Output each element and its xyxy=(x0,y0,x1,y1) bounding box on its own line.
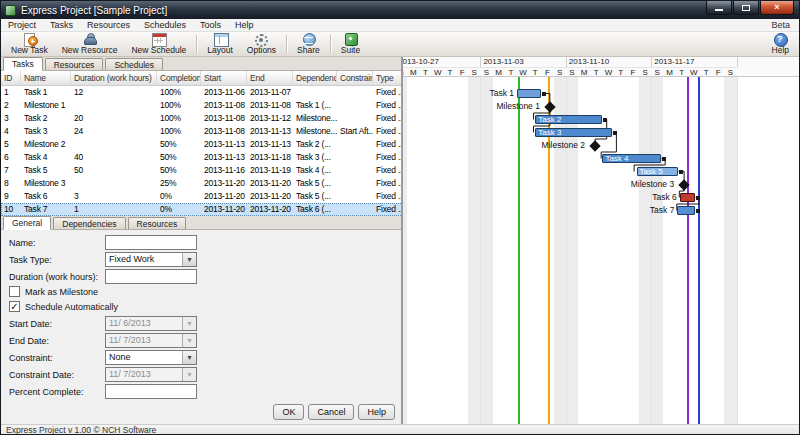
toolbar-new-schedule-button[interactable]: New Schedule xyxy=(124,33,193,55)
detail-tab-dependencies[interactable]: Dependencies xyxy=(53,217,125,229)
menu-tools[interactable]: Tools xyxy=(193,19,228,31)
constraint-date-field[interactable]: 11/ 7/2013 xyxy=(105,367,197,382)
detail-tab-general[interactable]: General xyxy=(3,216,51,230)
week-gridline xyxy=(737,77,738,424)
gantt-bar-task-6[interactable] xyxy=(680,193,695,202)
table-row[interactable]: 10Task 710%2013-11-202013-11-20Task 6 (.… xyxy=(1,203,403,216)
table-cell: 3 xyxy=(71,190,157,203)
table-row[interactable]: 4Task 324100%2013-11-082013-11-13Milesto… xyxy=(1,125,403,138)
table-row[interactable]: 6Task 44050%2013-11-132013-11-18Task 3 (… xyxy=(1,151,403,164)
menu-project[interactable]: Project xyxy=(1,19,43,31)
toolbar-options-button[interactable]: Options xyxy=(240,33,283,55)
table-cell: 50% xyxy=(157,151,201,164)
task-table: 1Task 112100%2013-11-062013-11-07Fixed .… xyxy=(1,86,403,216)
gantt-bar-task-1[interactable] xyxy=(517,89,541,98)
maximize-button[interactable] xyxy=(733,1,759,15)
table-cell: 2013-11-20 xyxy=(201,177,247,190)
table-cell: Fixed ... xyxy=(373,177,403,190)
view-tabs: TasksResourcesSchedules xyxy=(1,57,403,71)
column-header-constraint[interactable]: Constraint xyxy=(337,71,373,85)
table-cell: 20 xyxy=(71,112,157,125)
close-button[interactable] xyxy=(760,1,794,15)
gantt-day-letter: S xyxy=(480,67,492,77)
ok-button[interactable]: OK xyxy=(273,404,304,420)
menu-resources[interactable]: Resources xyxy=(80,19,137,31)
table-row[interactable]: 2Milestone 1100%2013-11-082013-11-08Task… xyxy=(1,99,403,112)
help-button[interactable]: Help xyxy=(358,404,395,420)
column-header-duration-work-hours[interactable]: Duration (work hours) xyxy=(71,71,157,85)
table-cell xyxy=(337,190,373,203)
bar-end-handle[interactable] xyxy=(679,170,683,174)
bar-end-handle[interactable] xyxy=(662,157,666,161)
gantt-week-label: 2013-11-03 xyxy=(480,57,565,67)
gantt-bar-task-3[interactable]: Task 3 xyxy=(535,128,612,137)
toolbar-new-resource-button[interactable]: New Resource xyxy=(55,33,125,55)
task-type-select[interactable]: Fixed Work xyxy=(105,252,197,267)
bar-end-handle[interactable] xyxy=(603,118,607,122)
constraint-select[interactable]: None xyxy=(105,350,197,365)
toolbar-suite-button[interactable]: Suite xyxy=(334,33,367,55)
gantt-milestone-milestone-2[interactable] xyxy=(589,140,600,151)
start-date-field[interactable]: 11/ 6/2013 xyxy=(105,316,197,331)
bar-end-handle[interactable] xyxy=(613,131,617,135)
name-input[interactable] xyxy=(105,235,197,250)
toolbar-button-label: Options xyxy=(247,46,276,55)
table-cell: 100% xyxy=(157,112,201,125)
menu-help[interactable]: Help xyxy=(228,19,261,31)
minimize-button[interactable] xyxy=(706,1,732,15)
gantt-week-label: 2013-11-10 xyxy=(566,57,651,67)
toolbar-new-task-button[interactable]: New Task xyxy=(4,33,55,55)
table-row[interactable]: 3Task 220100%2013-11-082013-11-12Milesto… xyxy=(1,112,403,125)
field-value: 11/ 7/2013 xyxy=(106,334,182,347)
tab-schedules[interactable]: Schedules xyxy=(105,58,163,70)
gantt-bar-task-7[interactable] xyxy=(677,206,695,215)
field-value: 11/ 7/2013 xyxy=(106,368,182,381)
bar-end-handle[interactable] xyxy=(542,92,546,96)
column-header-start[interactable]: Start xyxy=(201,71,247,85)
week-gridline xyxy=(480,77,481,424)
column-header-end[interactable]: End xyxy=(247,71,293,85)
gantt-bar-task-5[interactable]: Task 5 xyxy=(637,167,678,176)
toolbar-share-button[interactable]: Share xyxy=(290,33,327,55)
gantt-bar-task-4[interactable]: Task 4 xyxy=(602,154,661,163)
end-date-field[interactable]: 11/ 7/2013 xyxy=(105,333,197,348)
table-cell: Task 1 xyxy=(21,86,71,99)
column-header-id[interactable]: ID xyxy=(1,71,21,85)
table-cell: 2013-11-19 xyxy=(247,164,293,177)
table-row[interactable]: 8Milestone 325%2013-11-202013-11-20Task … xyxy=(1,177,403,190)
table-cell: Task 3 xyxy=(21,125,71,138)
detail-tab-resources[interactable]: Resources xyxy=(128,217,187,229)
table-row[interactable]: 5Milestone 250%2013-11-132013-11-13Task … xyxy=(1,138,403,151)
cancel-button[interactable]: Cancel xyxy=(308,404,354,420)
table-cell: 100% xyxy=(157,86,201,99)
menu-schedules[interactable]: Schedules xyxy=(137,19,193,31)
field-row-duration: Duration (work hours): xyxy=(1,268,403,285)
table-cell xyxy=(337,177,373,190)
menu-tasks[interactable]: Tasks xyxy=(43,19,80,31)
mark-as-milestone-checkbox[interactable] xyxy=(9,286,20,297)
table-cell: 1 xyxy=(71,203,157,216)
duration-input[interactable] xyxy=(105,269,197,284)
toolbar-help-button[interactable]: Help xyxy=(765,33,796,55)
bar-end-handle[interactable] xyxy=(696,196,700,200)
table-row[interactable]: 7Task 55050%2013-11-162013-11-19Task 4 (… xyxy=(1,164,403,177)
table-cell: Fixed ... xyxy=(373,138,403,151)
column-header-type[interactable]: Type xyxy=(373,71,403,85)
table-row[interactable]: 1Task 112100%2013-11-062013-11-07Fixed .… xyxy=(1,86,403,99)
table-cell: Task 4 (... xyxy=(293,164,337,177)
column-header-name[interactable]: Name xyxy=(21,71,71,85)
tab-tasks[interactable]: Tasks xyxy=(3,57,43,71)
column-header-dependency[interactable]: Dependency xyxy=(293,71,337,85)
schedule-automatically-checkbox[interactable] xyxy=(9,301,20,312)
gantt-bar-task-2[interactable]: Task 2 xyxy=(535,115,602,124)
column-header-completion[interactable]: Completion xyxy=(157,71,201,85)
percent-complete-input[interactable] xyxy=(105,384,197,399)
table-cell: 24 xyxy=(71,125,157,138)
table-row[interactable]: 9Task 630%2013-11-202013-11-20Task 5 (..… xyxy=(1,190,403,203)
tab-resources[interactable]: Resources xyxy=(45,58,104,70)
bar-end-handle[interactable] xyxy=(696,209,700,213)
left-panel: TasksResourcesSchedules IDNameDuration (… xyxy=(1,57,403,424)
field-row-constraint-date: Constraint Date:11/ 7/2013 xyxy=(1,366,403,383)
table-cell: 2 xyxy=(1,99,21,112)
toolbar-layout-button[interactable]: Layout xyxy=(200,33,240,55)
